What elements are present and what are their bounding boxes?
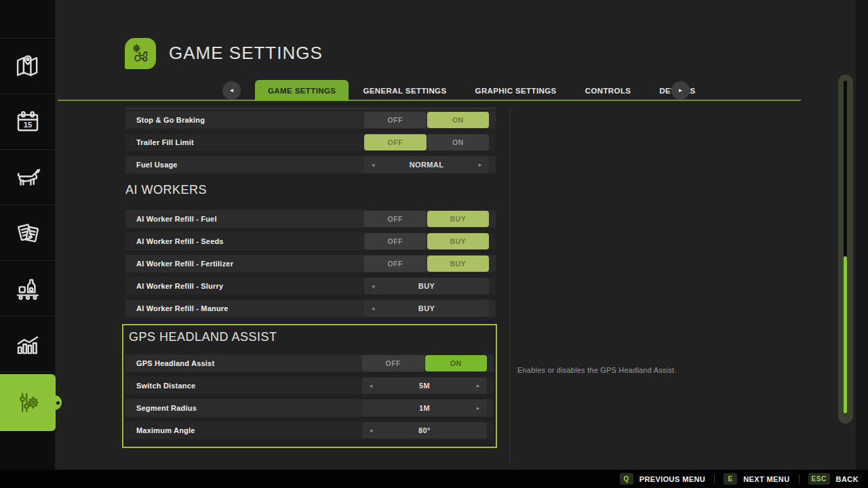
tab-controls[interactable]: CONTROLS [571,80,646,101]
toggle-ai-refill-seeds: OFF BUY [364,233,489,249]
settings-icon [14,388,42,417]
selector-value: 80° [375,426,474,434]
scrollbar-thumb[interactable] [844,256,847,413]
selector-maximum-angle: ◂ 80° ▸ [362,422,487,439]
tab-general-settings[interactable]: GENERAL SETTINGS [349,80,460,101]
selector-ai-refill-manure: ◂ BUY ▸ [364,300,489,317]
setting-label: AI Worker Refill - Seeds [136,237,364,245]
animals-icon [14,163,42,192]
key-badge-esc: ESC [808,473,830,485]
setting-row-maximum-angle: Maximum Angle ◂ 80° ▸ [125,422,494,439]
selector-left-arrow[interactable]: ◂ [369,161,377,168]
active-indicator-dot [56,401,60,405]
setting-row-ai-refill-fertilizer: AI Worker Refill - Fertilizer OFF BUY [125,255,496,272]
key-badge-q: Q [620,473,633,485]
hotbar-divider [714,474,715,483]
tab-graphic-settings[interactable]: GRAPHIC SETTINGS [461,80,571,101]
section-title-gps-headland-assist: GPS HEADLAND ASSIST [129,328,496,346]
calendar-icon: 15 [14,108,42,136]
setting-label: GPS Headland Assist [136,359,362,367]
setting-row-trailer-fill-limit: Trailer Fill Limit OFF ON [125,134,496,151]
toggle-ai-refill-fuel: OFF BUY [364,211,489,227]
production-icon [14,274,42,303]
setting-description: Enables or disables the GPS Headland Ass… [517,366,809,374]
key-badge-e: E [724,473,737,485]
sidebar-item-settings[interactable] [0,374,56,431]
selector-left-arrow[interactable]: ◂ [369,305,377,312]
selector-left-arrow[interactable]: ◂ [367,427,375,434]
setting-row-gps-headland-assist: GPS Headland Assist OFF ON [125,354,494,372]
setting-row-switch-distance: Switch Distance ◂ 5M ▸ [125,377,494,394]
off-button[interactable]: OFF [364,211,427,227]
setting-row-ai-refill-manure: AI Worker Refill - Manure ◂ BUY ▸ [125,300,496,317]
buy-button[interactable]: BUY [427,256,490,272]
off-button[interactable]: OFF [364,256,427,272]
sidebar-item-map[interactable] [0,39,56,94]
selector-right-arrow[interactable]: ▸ [476,161,484,168]
selector-right-arrow[interactable]: ▸ [474,382,482,389]
on-button[interactable]: ON [425,355,488,371]
selector-left-arrow[interactable]: ◂ [369,283,377,289]
selector-left-arrow[interactable]: ◂ [367,382,375,389]
sidebar-item-calendar[interactable]: 15 [0,94,56,150]
on-button[interactable]: ON [427,134,490,150]
page-title: GAME SETTINGS [169,43,323,64]
selector-value: NORMAL [377,161,476,169]
panel-divider [510,108,511,464]
toggle-stop-go-braking: OFF ON [364,112,489,128]
clipped-row-sliver [125,107,496,110]
tabs-prev-button[interactable]: ◄ [222,81,241,100]
scrollbar[interactable] [838,75,853,424]
buy-button[interactable]: BUY [427,233,490,249]
setting-label: Fuel Usage [136,161,364,169]
sidebar-item-statistics[interactable] [0,317,56,372]
hotbar-divider [799,474,800,483]
tractor-gear-icon [129,42,152,65]
sidebar-item-finances[interactable] [0,205,56,261]
hotkey-next-menu[interactable]: E NEXT MENU [724,473,789,485]
hotkey-bar: Q PREVIOUS MENU E NEXT MENU ESC BACK [0,470,868,488]
setting-row-segment-radius: Segment Radius ◂ 1M ▸ [125,399,494,417]
off-button[interactable]: OFF [364,134,427,150]
page-icon [125,38,156,69]
setting-label: AI Worker Refill - Fertilizer [136,260,364,268]
hotkey-previous-menu[interactable]: Q PREVIOUS MENU [620,473,706,485]
sidebar-item-production[interactable] [0,261,56,317]
sidebar-item-animals[interactable] [0,150,56,205]
sidebar: 15 [0,0,56,470]
selector-segment-radius: ◂ 1M ▸ [362,400,487,416]
setting-label: Segment Radius [136,404,362,412]
setting-label: AI Worker Refill - Slurry [136,282,364,290]
setting-row-stop-go-braking: Stop & Go Braking OFF ON [125,111,496,129]
sidebar-spacer [0,0,56,39]
setting-label: Switch Distance [136,382,362,390]
setting-row-ai-refill-fuel: AI Worker Refill - Fuel OFF BUY [125,210,496,228]
selector-fuel-usage: ◂ NORMAL ▸ [364,157,489,173]
game-settings-screen: 15 [0,0,868,488]
setting-row-ai-refill-slurry: AI Worker Refill - Slurry ◂ BUY ▸ [125,277,496,295]
section-title-ai-workers: AI WORKERS [125,181,496,199]
setting-label: AI Worker Refill - Manure [136,304,364,312]
setting-label: Trailer Fill Limit [136,138,364,146]
selector-value: BUY [377,304,476,312]
tab-game-settings[interactable]: GAME SETTINGS [255,80,349,101]
toggle-gps-headland-assist: OFF ON [362,355,487,371]
off-button[interactable]: OFF [364,233,427,249]
buy-button[interactable]: BUY [427,211,490,227]
statistics-icon [14,330,42,359]
svg-text:15: 15 [24,121,33,129]
hotkey-label: BACK [836,475,859,483]
selector-switch-distance: ◂ 5M ▸ [362,378,487,394]
off-button[interactable]: OFF [362,355,425,371]
hotkey-label: NEXT MENU [743,475,789,483]
setting-label: Stop & Go Braking [136,116,364,124]
off-button[interactable]: OFF [364,112,427,128]
setting-row-ai-refill-seeds: AI Worker Refill - Seeds OFF BUY [125,232,496,250]
tabs-next-button[interactable]: ► [671,81,690,100]
map-icon [14,52,42,81]
hotkey-back[interactable]: ESC BACK [808,473,859,485]
on-button[interactable]: ON [427,112,490,128]
setting-row-fuel-usage: Fuel Usage ◂ NORMAL ▸ [125,156,496,174]
right-edge-strip [856,0,868,470]
selector-right-arrow[interactable]: ▸ [474,405,482,411]
